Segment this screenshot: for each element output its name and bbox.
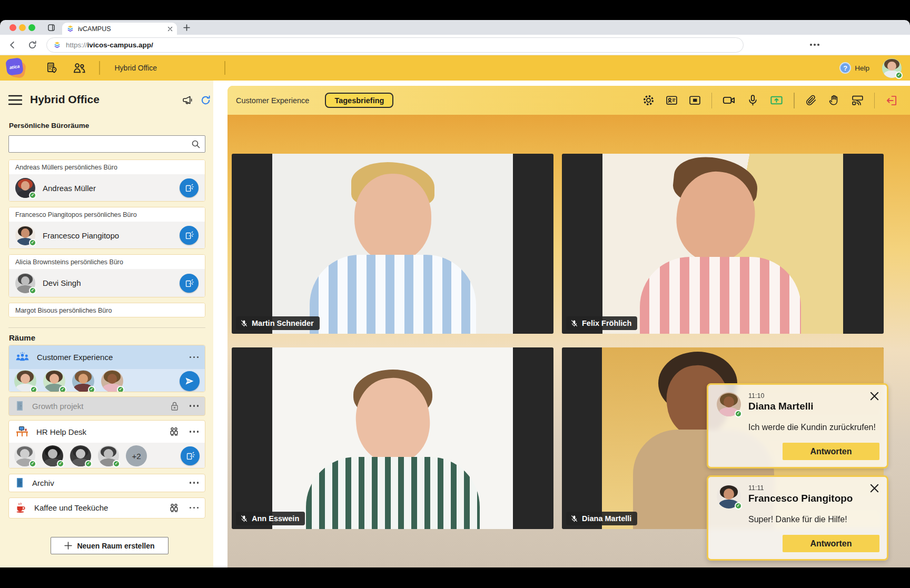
screen-share-icon[interactable] xyxy=(769,93,784,107)
message-text: Super! Danke für die Hilfe! xyxy=(748,515,847,524)
online-badge xyxy=(117,386,124,393)
reload-icon[interactable] xyxy=(27,40,37,50)
favicon xyxy=(53,41,61,49)
room-menu-icon[interactable] xyxy=(190,405,199,407)
sender-name: Francesco Piangitopo xyxy=(748,493,853,504)
video-tile-felix-froehlich: Felix Fröhlich xyxy=(562,154,884,334)
create-room-button[interactable]: Neuen Raum erstellen xyxy=(51,537,169,554)
favicon xyxy=(66,25,74,33)
online-badge xyxy=(85,460,92,467)
reply-button[interactable]: Antworten xyxy=(783,535,879,552)
back-icon[interactable] xyxy=(7,40,17,50)
mic-muted-icon xyxy=(240,320,248,327)
online-badge xyxy=(57,460,64,467)
tab-overview-icon[interactable] xyxy=(47,24,55,32)
personal-room-title: Francesco Piangitopos persönliches Büro xyxy=(9,207,205,222)
room-item-kaffee-und-teekueche[interactable]: Kaffee und Teeküche xyxy=(8,497,205,519)
window-minimize-button[interactable] xyxy=(19,24,26,31)
occupants-icon xyxy=(169,503,179,513)
online-badge xyxy=(895,72,903,79)
message-text: Ich werde die Kundin zurückrufen! xyxy=(748,423,876,432)
personal-room-card[interactable]: Francesco Piangitopos persönliches Büro … xyxy=(8,207,205,249)
microphone-icon[interactable] xyxy=(746,94,759,107)
participant-nametag: Felix Fröhlich xyxy=(566,316,637,330)
knock-button[interactable] xyxy=(180,178,199,197)
refresh-icon[interactable] xyxy=(200,94,212,106)
room-item-growth-projekt[interactable]: Growth projekt xyxy=(8,396,205,416)
chat-notification: 11:10 Diana Martelli Ich werde die Kundi… xyxy=(707,383,888,469)
personal-room-card[interactable]: Margot Bisous persönliches Büro xyxy=(8,303,205,317)
create-room-label: Neuen Raum erstellen xyxy=(77,542,154,550)
room-name: HR Help Desk xyxy=(36,427,162,436)
knock-button[interactable] xyxy=(180,274,199,293)
rooms-section-label: Räume xyxy=(9,333,35,342)
browser-urlbar-row: https://ivicos-campus.app/ xyxy=(0,35,910,55)
help-button[interactable]: ? Help xyxy=(839,62,869,74)
url-bar[interactable]: https://ivicos-campus.app/ xyxy=(46,37,744,53)
video-tile-ann-esswein: Ann Esswein xyxy=(232,347,553,529)
attachment-icon[interactable] xyxy=(805,94,818,107)
window-zoom-button[interactable] xyxy=(28,24,35,31)
room-menu-icon[interactable] xyxy=(190,482,199,484)
room-name: Growth projekt xyxy=(32,402,163,411)
room-item-hr-help-desk[interactable]: HR Help Desk +2 xyxy=(8,420,205,469)
tab-customer-experience[interactable]: Customer Experience xyxy=(236,96,309,105)
mic-muted-icon xyxy=(240,515,248,523)
member-avatar xyxy=(14,370,36,392)
online-badge xyxy=(59,386,66,393)
personal-rooms-section-label: Persönliche Büroräume xyxy=(9,122,89,129)
new-tab-icon[interactable] xyxy=(183,24,190,31)
broadcast-rooms-icon[interactable] xyxy=(851,94,864,107)
personal-room-card[interactable]: Andreas Müllers persönliches Büro Andrea… xyxy=(8,160,205,202)
hamburger-menu-icon[interactable] xyxy=(8,94,22,106)
online-badge xyxy=(735,410,742,417)
raise-hand-icon[interactable] xyxy=(828,94,841,107)
help-icon: ? xyxy=(839,62,851,74)
contact-card-icon[interactable] xyxy=(665,94,678,107)
room-item-customer-experience[interactable]: Customer Experience xyxy=(8,345,205,392)
campus-icon[interactable] xyxy=(45,61,58,75)
room-menu-icon[interactable] xyxy=(190,356,199,358)
close-icon[interactable] xyxy=(869,483,879,493)
online-badge xyxy=(29,239,36,246)
search-icon xyxy=(191,139,201,149)
divider xyxy=(794,93,795,108)
help-label: Help xyxy=(855,64,869,72)
online-badge xyxy=(29,287,36,294)
browser-tab[interactable]: ivCAMPUS xyxy=(62,23,177,35)
chat-notification: 11:11 Francesco Piangitopo Super! Danke … xyxy=(707,475,888,561)
divider xyxy=(224,61,225,75)
leave-room-icon[interactable] xyxy=(885,94,898,107)
browser-menu-icon[interactable] xyxy=(810,44,819,46)
app-logo[interactable]: atica xyxy=(5,57,26,78)
personal-room-title: Alicia Brownsteins persönliches Büro xyxy=(9,255,205,269)
person-name: Francesco Piangitopo xyxy=(43,231,172,240)
online-badge xyxy=(29,192,36,199)
picture-in-picture-icon[interactable] xyxy=(688,94,701,107)
search-box xyxy=(8,135,205,153)
reply-button[interactable]: Antworten xyxy=(783,443,879,460)
room-name: Archiv xyxy=(32,479,182,487)
mic-muted-icon xyxy=(570,320,578,327)
announcement-icon[interactable] xyxy=(181,94,193,106)
tab-tagesbriefing[interactable]: Tagesbriefing xyxy=(325,93,393,108)
window-close-button[interactable] xyxy=(9,24,16,31)
enter-room-button[interactable] xyxy=(180,371,200,391)
divider xyxy=(711,93,713,108)
tab-close-icon[interactable] xyxy=(167,26,173,32)
settings-icon[interactable] xyxy=(642,94,655,107)
search-input[interactable] xyxy=(9,140,191,148)
logo-text: atica xyxy=(9,63,20,70)
camera-icon[interactable] xyxy=(722,93,736,107)
personal-room-card[interactable]: Alicia Brownsteins persönliches Büro Dev… xyxy=(8,254,205,297)
close-icon[interactable] xyxy=(869,391,879,401)
room-menu-icon[interactable] xyxy=(190,507,199,509)
knock-button[interactable] xyxy=(180,226,199,245)
knock-button[interactable] xyxy=(181,446,200,465)
members-icon[interactable] xyxy=(72,61,86,75)
personal-room-title: Margot Bisous persönliches Büro xyxy=(9,303,205,317)
room-item-archiv[interactable]: Archiv xyxy=(8,474,205,492)
room-menu-icon[interactable] xyxy=(190,431,199,433)
user-avatar[interactable] xyxy=(882,58,902,78)
sidebar-title: Hybrid Office xyxy=(30,93,100,106)
